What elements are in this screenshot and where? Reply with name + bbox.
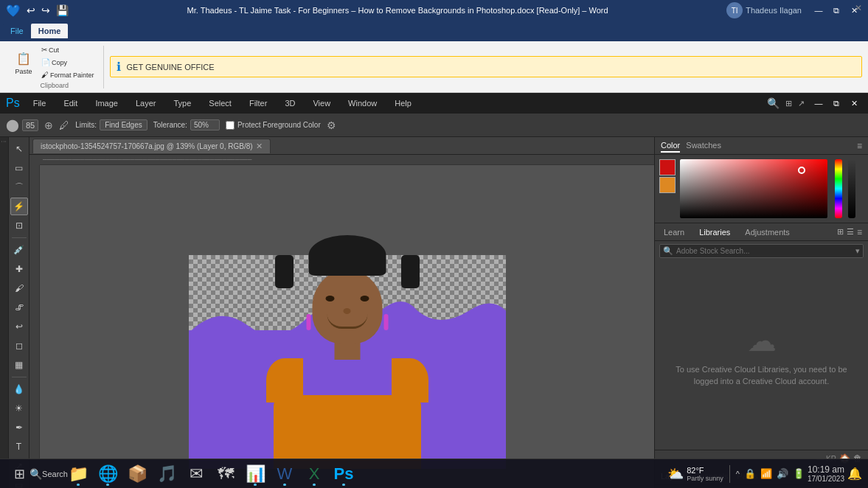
ps-grid-icon[interactable]: ⊞ [785, 99, 792, 108]
bg-preview[interactable] [659, 177, 676, 193]
gradient-cursor[interactable] [798, 167, 805, 174]
taskbar-explorer[interactable]: 📁 [65, 461, 91, 487]
tolerance-input[interactable] [190, 119, 220, 130]
list-view-icon[interactable]: ☰ [847, 227, 854, 237]
libraries-tabs: Learn Libraries Adjustments [661, 226, 793, 238]
ps-menu-layer[interactable]: Layer [131, 97, 161, 109]
tray-battery[interactable]: 🔋 [793, 468, 805, 479]
eraser-tool[interactable]: ◻ [10, 337, 28, 355]
ps-minimize-btn[interactable]: — [810, 95, 827, 111]
move-tool[interactable]: ↖ [10, 140, 28, 158]
lasso-tool[interactable]: ⌒ [10, 178, 28, 196]
tray-up-arrow[interactable]: ^ [736, 470, 740, 478]
libraries-menu[interactable]: ≡ [857, 227, 862, 237]
taskbar-app5[interactable]: 🎵 [153, 461, 180, 487]
format-painter-btn[interactable]: 🖌 Format Painter [38, 69, 97, 80]
ps-share-icon[interactable]: ↗ [798, 99, 805, 108]
ps-menu-filter[interactable]: Filter [245, 97, 271, 109]
paste-btn[interactable]: 📋 Paste [12, 49, 35, 77]
pen-tool[interactable]: ✒ [10, 419, 28, 436]
title-bar-save[interactable]: 💾 [56, 4, 69, 16]
temperature-display: 82°F [687, 466, 723, 475]
ps-menu-image[interactable]: Image [91, 97, 122, 109]
taskbar-app4[interactable]: 📦 [124, 461, 150, 487]
taskbar-word[interactable]: W [271, 461, 298, 487]
eyedropper-tool[interactable]: 💉 [10, 241, 28, 259]
tray-icon1[interactable]: 🔒 [744, 468, 756, 479]
ps-close-btn[interactable]: ✕ [846, 95, 862, 111]
system-tray: ^ 🔒 📶 🔊 🔋 [736, 468, 805, 479]
libraries-empty-state: ☁ To use Creative Cloud Libraries, you n… [655, 261, 868, 450]
libraries-search-input[interactable] [676, 247, 853, 255]
libraries-panel-header: Learn Libraries Adjustments ⊞ ☰ ≡ [655, 223, 868, 241]
grid-view-icon[interactable]: ⊞ [837, 227, 844, 237]
taskbar-excel[interactable]: X [301, 461, 327, 487]
ps-search-icon[interactable]: 🔍 [767, 97, 780, 109]
canvas-tab-close[interactable]: ✕ [256, 142, 263, 151]
hue-slider[interactable] [835, 159, 842, 218]
learn-tab[interactable]: Learn [661, 226, 687, 238]
title-bar-redo[interactable]: ↪ [41, 4, 50, 16]
ps-restore-btn[interactable]: ⧉ [828, 95, 844, 111]
brush-tool[interactable]: 🖌 [10, 279, 28, 297]
ps-menu-help[interactable]: Help [390, 97, 416, 109]
color-tab[interactable]: Color [661, 139, 680, 153]
swatches-tab[interactable]: Swatches [686, 139, 721, 153]
find-edges-btn[interactable]: Find Edges [100, 119, 147, 130]
protect-fg-checkbox[interactable] [226, 121, 235, 130]
ps-menu-type[interactable]: Type [169, 97, 195, 109]
ps-menu-file[interactable]: File [29, 97, 51, 109]
ps-canvas-tab-active[interactable]: istockphoto-1354524757-170667a.jpg @ 139… [32, 139, 271, 153]
fg-preview[interactable] [659, 159, 676, 175]
brush-size[interactable]: 85 [22, 119, 38, 131]
word-tab-file[interactable]: File [3, 24, 31, 38]
sample-icon[interactable]: ⚙ [327, 119, 336, 131]
libraries-search-wrap: 🔍 ▾ [655, 241, 868, 261]
word-taskbar-icon: W [277, 464, 293, 484]
text-tool[interactable]: T [10, 438, 28, 456]
taskbar-search[interactable]: 🔍 Search [35, 461, 62, 487]
ps-menu-window[interactable]: Window [344, 97, 381, 109]
weather-widget[interactable]: ⛅ 82°F Partly sunny [667, 466, 723, 482]
restore-btn[interactable]: ⧉ [828, 2, 844, 18]
taskbar-app6[interactable]: ✉ [183, 461, 209, 487]
ps-menu-select[interactable]: Select [204, 97, 236, 109]
edge-indicator [106, 484, 109, 486]
word-tab-home[interactable]: Home [31, 24, 69, 38]
tray-sound[interactable]: 🔊 [777, 468, 788, 479]
quick-select-tool[interactable]: ⚡ [10, 198, 28, 215]
color-panel-menu[interactable]: ≡ [857, 141, 862, 151]
dodge-tool[interactable]: ☀ [10, 400, 28, 417]
color-preview-boxes [659, 159, 676, 193]
gradient-canvas[interactable] [680, 159, 827, 218]
clone-tool[interactable]: 🖇 [10, 299, 28, 316]
heal-tool[interactable]: ✚ [10, 260, 28, 278]
libraries-tab[interactable]: Libraries [696, 226, 733, 238]
taskbar-app8[interactable]: 📊 [242, 461, 268, 487]
taskbar-edge[interactable]: 🌐 [94, 461, 121, 487]
cut-btn[interactable]: ✂ Cut [38, 44, 97, 55]
copy-btn[interactable]: 📄 Copy [38, 57, 97, 68]
ps-menu-3d[interactable]: 3D [280, 97, 299, 109]
gradient-tool[interactable]: ▦ [10, 356, 28, 374]
notifications-btn[interactable]: 🔔 [847, 467, 862, 481]
alpha-slider[interactable] [848, 159, 855, 218]
history-brush-tool[interactable]: ↩ [10, 318, 28, 335]
tray-wifi[interactable]: 📶 [760, 468, 772, 479]
crop-tool[interactable]: ⊡ [10, 217, 28, 234]
selection-tool[interactable]: ▭ [10, 159, 28, 177]
ps-menu-edit[interactable]: Edit [59, 97, 82, 109]
taskbar-clock[interactable]: 10:19 am 17/01/2023 [808, 464, 844, 483]
title-bar-undo[interactable]: ↩ [27, 4, 35, 16]
blur-tool[interactable]: 💧 [10, 380, 28, 398]
color-panel: Color Swatches ≡ [655, 137, 868, 223]
ps-menu-view[interactable]: View [308, 97, 335, 109]
minimize-btn[interactable]: — [810, 2, 827, 18]
shoulder-right [392, 358, 428, 402]
search-dropdown-icon[interactable]: ▾ [855, 246, 860, 256]
taskbar-app7[interactable]: 🗺 [212, 461, 239, 487]
ps-canvas-content[interactable] [40, 165, 654, 488]
adjustments-tab[interactable]: Adjustments [742, 226, 793, 238]
taskbar-ps[interactable]: Ps [330, 461, 357, 487]
windows-start-btn[interactable]: ⊞ [6, 461, 32, 487]
